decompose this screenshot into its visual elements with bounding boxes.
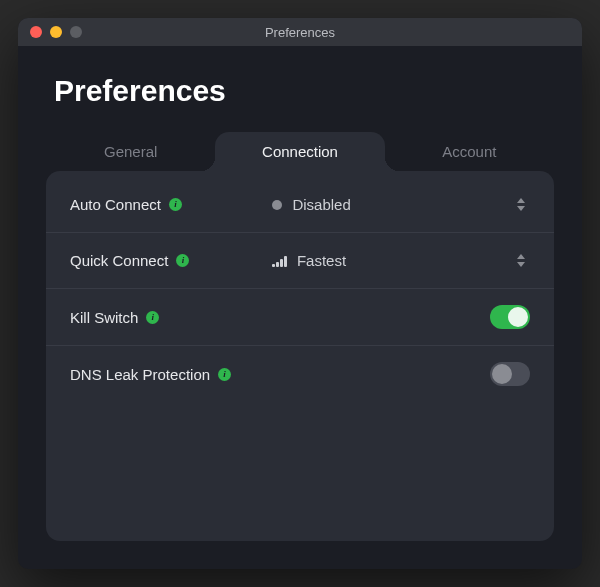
- page-title: Preferences: [18, 46, 582, 132]
- row-label: Auto Connect i: [70, 196, 272, 213]
- signal-bars-icon: [272, 255, 287, 267]
- titlebar: Preferences: [18, 18, 582, 46]
- maximize-icon[interactable]: [70, 26, 82, 38]
- info-icon[interactable]: i: [176, 254, 189, 267]
- auto-connect-select[interactable]: Disabled: [272, 196, 530, 213]
- dns-leak-protection-label: DNS Leak Protection: [70, 366, 210, 383]
- toggle-knob: [508, 307, 528, 327]
- dns-leak-protection-toggle[interactable]: [490, 362, 530, 386]
- window-title: Preferences: [18, 25, 582, 40]
- row-auto-connect: Auto Connect i Disabled: [46, 177, 554, 233]
- minimize-icon[interactable]: [50, 26, 62, 38]
- row-value: [272, 362, 530, 386]
- stepper-icon[interactable]: [514, 254, 530, 267]
- quick-connect-select[interactable]: Fastest: [272, 252, 530, 269]
- info-icon[interactable]: i: [169, 198, 182, 211]
- stepper-icon[interactable]: [514, 198, 530, 211]
- row-quick-connect: Quick Connect i Fastest: [46, 233, 554, 289]
- row-label: Quick Connect i: [70, 252, 272, 269]
- quick-connect-value: Fastest: [297, 252, 346, 269]
- settings-panel: Auto Connect i Disabled Quick Connect i: [46, 171, 554, 541]
- tabs: General Connection Account: [18, 132, 582, 171]
- toggle-knob: [492, 364, 512, 384]
- tab-general[interactable]: General: [46, 132, 215, 171]
- auto-connect-value: Disabled: [292, 196, 350, 213]
- traffic-lights: [18, 26, 82, 38]
- row-label: DNS Leak Protection i: [70, 366, 272, 383]
- row-kill-switch: Kill Switch i: [46, 289, 554, 346]
- disabled-dot-icon: [272, 200, 282, 210]
- auto-connect-label: Auto Connect: [70, 196, 161, 213]
- tab-label: Account: [442, 143, 496, 160]
- quick-connect-label: Quick Connect: [70, 252, 168, 269]
- info-icon[interactable]: i: [218, 368, 231, 381]
- tab-connection[interactable]: Connection: [215, 132, 384, 171]
- tab-label: General: [104, 143, 157, 160]
- close-icon[interactable]: [30, 26, 42, 38]
- row-value: [272, 305, 530, 329]
- tab-account[interactable]: Account: [385, 132, 554, 171]
- row-label: Kill Switch i: [70, 309, 272, 326]
- content: Preferences General Connection Account A…: [18, 46, 582, 569]
- tab-label: Connection: [262, 143, 338, 160]
- row-dns-leak-protection: DNS Leak Protection i: [46, 346, 554, 402]
- kill-switch-label: Kill Switch: [70, 309, 138, 326]
- preferences-window: Preferences Preferences General Connecti…: [18, 18, 582, 569]
- info-icon[interactable]: i: [146, 311, 159, 324]
- kill-switch-toggle[interactable]: [490, 305, 530, 329]
